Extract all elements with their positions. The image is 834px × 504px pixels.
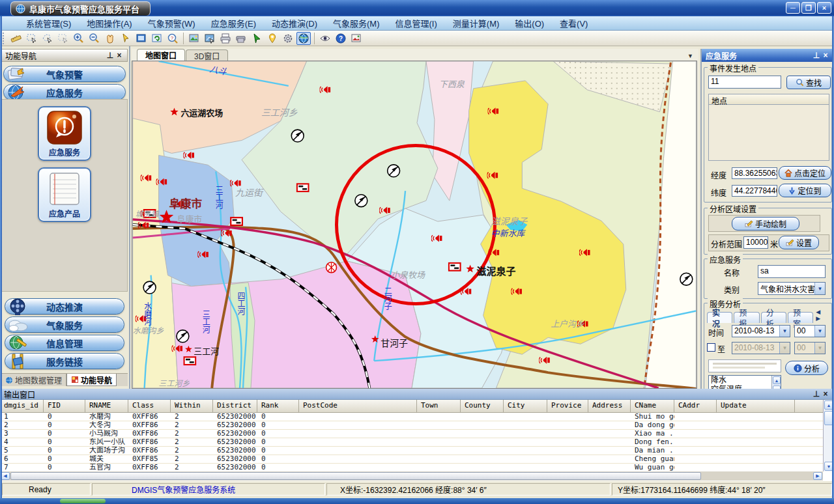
pointer-icon[interactable]: [119, 32, 133, 45]
scroll-left-icon[interactable]: ◀: [1, 472, 10, 480]
deselect-icon[interactable]: [56, 32, 70, 45]
tab-live[interactable]: 实况: [707, 312, 732, 323]
pin-icon[interactable]: ⊥: [106, 51, 115, 60]
settings-gear-icon[interactable]: [281, 32, 295, 45]
chevron-down-icon[interactable]: ▼: [779, 326, 790, 337]
column-header[interactable]: Update: [717, 400, 795, 412]
pin-icon[interactable]: ⊥: [812, 389, 821, 399]
nav-group-service-link[interactable]: 服务链接: [5, 353, 124, 369]
nav-group-weather-service[interactable]: 气象服务: [5, 316, 124, 333]
place-list-header[interactable]: 地点: [708, 94, 829, 105]
nav-group-weather-warning[interactable]: 气象预警: [3, 66, 126, 82]
pan-hand-icon[interactable]: [103, 32, 117, 45]
column-header[interactable]: City: [504, 400, 547, 412]
table-row[interactable]: 20大冬沟0XFF8626523020000Da dong gou: [0, 421, 823, 430]
toolbar-grip[interactable]: [3, 33, 5, 44]
column-header[interactable]: RNAME: [85, 400, 128, 412]
column-header[interactable]: Within: [171, 400, 213, 412]
longitude-input[interactable]: 88.36255063: [732, 167, 777, 179]
menu-item-5[interactable]: 气象服务(M): [325, 17, 388, 29]
identify-icon[interactable]: ?: [165, 32, 180, 45]
refresh-icon[interactable]: [150, 32, 164, 45]
menu-item-6[interactable]: 信息管理(I): [388, 17, 445, 29]
search-button[interactable]: 查找: [786, 76, 831, 89]
column-header[interactable]: FID: [44, 400, 85, 412]
goto-location-button[interactable]: 定位到: [779, 184, 831, 197]
nav-group-dynamic-deduction[interactable]: 动态推演: [5, 298, 124, 315]
menu-item-0[interactable]: 系统管理(S): [18, 17, 79, 29]
table-row[interactable]: 40东风一小队0XFF8626523020000Dong fen...: [0, 438, 823, 447]
to-checkbox[interactable]: [707, 343, 715, 352]
green-arrow-icon[interactable]: [250, 32, 264, 45]
select-poly-icon[interactable]: [40, 32, 55, 45]
service-type-select[interactable]: 气象和洪水灾害 ▼: [758, 282, 826, 295]
place-marker-icon[interactable]: [265, 32, 280, 45]
full-extent-icon[interactable]: [134, 32, 149, 45]
table-row[interactable]: 60城关0XFF8526523020000Cheng guan: [0, 455, 823, 464]
resize-grip[interactable]: [60, 499, 106, 503]
column-header[interactable]: District: [213, 400, 257, 412]
date-select[interactable]: 2010-08-13 ▼: [732, 325, 790, 337]
emergency-product-button[interactable]: 应急产品: [38, 167, 91, 222]
map-canvas[interactable]: 八斗 六运湖农场 三工河乡 下西泉 九运街 阜康市 城关镇 阜康市 滋泥泉子 中…: [132, 61, 697, 389]
tab-map-window[interactable]: 地图窗口: [137, 49, 185, 61]
tab-forecast[interactable]: 预报: [734, 312, 759, 323]
menu-item-1[interactable]: 地图操作(A): [79, 17, 139, 29]
chevron-down-icon[interactable]: ▼: [814, 326, 825, 337]
image-layer-icon[interactable]: [187, 32, 201, 45]
latitude-input[interactable]: 44.22778446: [732, 185, 777, 197]
output-hscrollbar[interactable]: ◀ ▶: [0, 471, 823, 481]
column-header[interactable]: County: [461, 400, 504, 412]
zoom-out-icon[interactable]: [87, 32, 102, 45]
menu-item-8[interactable]: 输出(O): [507, 17, 552, 29]
nav-group-info-management[interactable]: 信息管理: [5, 335, 124, 351]
element-list-scrollbar[interactable]: ▲: [771, 376, 781, 389]
print-setup-icon[interactable]: [234, 32, 248, 45]
close-icon[interactable]: ×: [821, 51, 830, 60]
close-icon[interactable]: ×: [821, 389, 830, 399]
column-header[interactable]: Address: [588, 400, 631, 412]
scroll-up-icon[interactable]: ▲: [773, 376, 781, 384]
tab-scroll-icons[interactable]: ◀ ▶: [816, 309, 830, 323]
measure-icon[interactable]: [9, 32, 23, 45]
element-list[interactable]: 降水 空气温度 ▲: [708, 375, 781, 389]
restore-button[interactable]: ❐: [801, 2, 816, 14]
zoom-in-icon[interactable]: [72, 32, 86, 45]
date-to-select[interactable]: 2010-08-13 ▼: [732, 342, 790, 354]
scroll-thumb[interactable]: [10, 472, 701, 480]
tab-3d-window[interactable]: 3D窗口: [186, 49, 228, 61]
column-header[interactable]: Class: [128, 400, 171, 412]
tab-function-nav[interactable]: 功能导航: [66, 374, 117, 386]
tab-list-dropdown-icon[interactable]: ▼: [687, 53, 693, 59]
output-table[interactable]: dmgis_idFIDRNAMEClassWithinDistrictRankP…: [0, 400, 823, 471]
click-locate-button[interactable]: 点击定位: [779, 166, 831, 180]
close-button[interactable]: ×: [817, 2, 831, 14]
column-header[interactable]: PostCode: [299, 400, 417, 412]
table-row[interactable]: 30小马厩沟0XFF8626523020000Xiao ma ...: [0, 430, 823, 438]
chevron-down-icon[interactable]: ▼: [814, 283, 825, 294]
range-set-button[interactable]: 设置: [779, 236, 819, 249]
column-header[interactable]: CName: [631, 400, 674, 412]
table-row[interactable]: 50大面场子沟0XFF8626523020000Da mian ...: [0, 447, 823, 455]
tab-plan[interactable]: 预案: [788, 312, 813, 323]
menu-item-3[interactable]: 应急服务(E): [203, 17, 264, 29]
table-row[interactable]: 10水磨沟0XFF8626523020000Shui mo gou: [0, 413, 823, 421]
map-export-icon[interactable]: [203, 32, 217, 45]
column-header[interactable]: Provice: [547, 400, 588, 412]
tab-map-data-management[interactable]: 地图数据管理: [1, 374, 66, 386]
hour-select[interactable]: 00 ▼: [794, 325, 826, 337]
manual-draw-button[interactable]: 手动绘制: [732, 217, 799, 231]
analysis-range-input[interactable]: 10000: [743, 236, 768, 249]
minimize-button[interactable]: ─: [786, 2, 800, 14]
export-picture-icon[interactable]: [349, 32, 364, 45]
place-list[interactable]: [708, 105, 829, 161]
globe-tool-icon[interactable]: [296, 32, 311, 45]
menu-item-2[interactable]: 气象预警(W): [140, 17, 203, 29]
run-analysis-button[interactable]: 分析: [785, 361, 828, 375]
column-header[interactable]: CAddr: [674, 400, 717, 412]
list-item[interactable]: 降水: [709, 376, 781, 385]
close-icon[interactable]: ×: [115, 51, 124, 60]
pin-icon[interactable]: ⊥: [812, 51, 821, 60]
menu-item-4[interactable]: 动态推演(D): [264, 17, 325, 29]
column-header[interactable]: dmgis_id: [0, 400, 44, 412]
